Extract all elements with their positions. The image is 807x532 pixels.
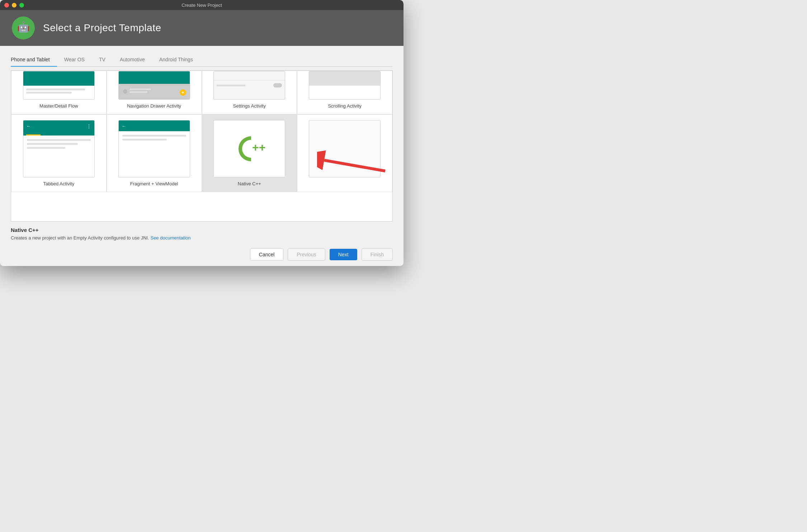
- description-title: Native C++: [11, 227, 393, 233]
- cpp-logo-svg: ++: [231, 133, 267, 165]
- grid-wrapper: Master/Detail Flow +: [11, 71, 392, 192]
- tab-phone-tablet[interactable]: Phone and Tablet: [11, 53, 57, 67]
- template-grid: Master/Detail Flow +: [11, 70, 393, 222]
- minimize-button[interactable]: [12, 3, 16, 8]
- template-preview-tabbed: ← ⋮: [23, 120, 95, 177]
- page-header: 🤖 Select a Project Template: [0, 10, 404, 46]
- description-body: Creates a new project with an Empty Acti…: [11, 235, 393, 241]
- tab-wear-os[interactable]: Wear OS: [57, 53, 92, 67]
- tab-android-things[interactable]: Android Things: [152, 53, 200, 67]
- maximize-button[interactable]: [19, 3, 24, 8]
- description-area: Native C++ Creates a new project with an…: [11, 222, 393, 244]
- svg-text:++: ++: [252, 141, 265, 154]
- description-text: Creates a new project with an Empty Acti…: [11, 235, 149, 241]
- footer-buttons: Cancel Previous Next Finish: [11, 244, 393, 266]
- grid: Master/Detail Flow +: [11, 71, 392, 192]
- title-bar: Create New Project: [0, 0, 404, 10]
- window-controls[interactable]: [4, 3, 24, 8]
- android-studio-logo: 🤖: [11, 15, 36, 41]
- template-preview-fragment: ←: [118, 120, 190, 177]
- list-item[interactable]: Settings Activity: [202, 71, 297, 114]
- template-preview-empty: [309, 120, 381, 177]
- page-title: Select a Project Template: [43, 22, 161, 34]
- template-label: Tabbed Activity: [43, 181, 75, 186]
- template-preview-settings-partial: [213, 71, 285, 100]
- template-label: Native C++: [238, 181, 261, 186]
- previous-button[interactable]: Previous: [288, 248, 325, 261]
- main-content: Phone and Tablet Wear OS TV Automotive A…: [0, 46, 404, 266]
- window-title: Create New Project: [181, 3, 222, 8]
- template-label: Scrolling Activity: [328, 103, 362, 109]
- finish-button[interactable]: Finish: [362, 248, 393, 261]
- svg-text:🤖: 🤖: [17, 21, 30, 33]
- cancel-button[interactable]: Cancel: [250, 248, 284, 261]
- tab-tv[interactable]: TV: [92, 53, 113, 67]
- template-preview-scrolling-partial: [309, 71, 381, 100]
- template-label: Settings Activity: [233, 103, 266, 109]
- template-label: Master/Detail Flow: [39, 103, 78, 109]
- close-button[interactable]: [4, 3, 9, 8]
- template-preview-master-detail-partial: [23, 71, 95, 100]
- list-item[interactable]: ++ Native C++: [202, 114, 297, 192]
- list-item[interactable]: ← ⋮ Tabbed Activity: [11, 114, 107, 192]
- list-item[interactable]: Scrolling Activity: [297, 71, 392, 114]
- template-preview-native-cpp: ++: [213, 120, 285, 177]
- tab-automotive[interactable]: Automotive: [113, 53, 152, 67]
- list-item[interactable]: Master/Detail Flow: [11, 71, 107, 114]
- template-label: Fragment + ViewModel: [130, 181, 178, 186]
- list-item[interactable]: + Navigation Drawer Activity: [107, 71, 202, 114]
- list-item[interactable]: ← Fragment + ViewModel: [107, 114, 202, 192]
- next-button[interactable]: Next: [330, 249, 357, 260]
- see-documentation-link[interactable]: See documentation: [150, 235, 190, 241]
- list-item[interactable]: [297, 114, 392, 192]
- tab-bar[interactable]: Phone and Tablet Wear OS TV Automotive A…: [11, 53, 393, 67]
- template-preview-nav-drawer-partial: +: [118, 71, 190, 100]
- template-label: Navigation Drawer Activity: [127, 103, 181, 109]
